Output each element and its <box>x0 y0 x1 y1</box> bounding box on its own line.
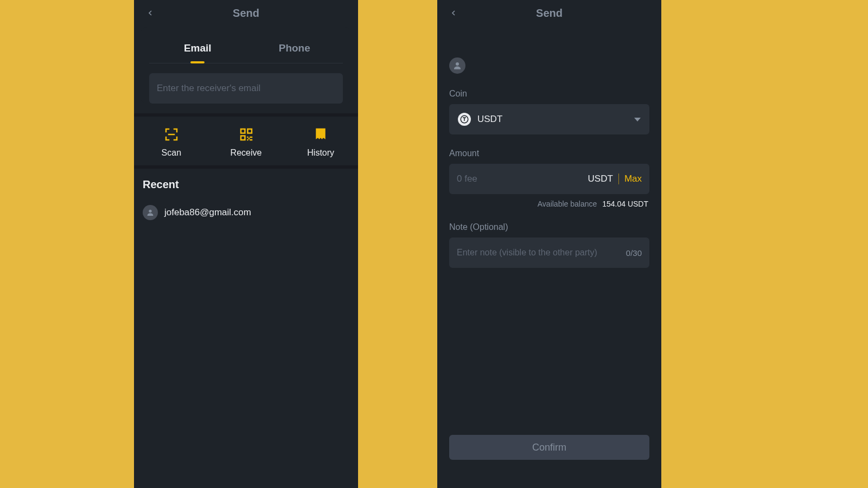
recent-email: jofeba86@gmail.com <box>164 207 251 218</box>
confirm-button[interactable]: Confirm <box>449 435 649 460</box>
recent-item[interactable]: jofeba86@gmail.com <box>143 202 349 223</box>
receive-label: Receive <box>231 148 262 158</box>
recent-section: Recent jofeba86@gmail.com <box>134 169 358 233</box>
page-title: Send <box>437 7 661 20</box>
receive-button[interactable]: Receive <box>209 126 284 158</box>
note-input[interactable] <box>457 248 621 258</box>
qr-icon <box>238 126 254 143</box>
usdt-icon <box>458 113 471 126</box>
coin-select[interactable]: USDT <box>449 104 649 134</box>
amount-input-row: USDT Max <box>449 164 649 194</box>
history-label: History <box>307 148 334 158</box>
chevron-left-icon <box>146 9 155 17</box>
recipient-email-input[interactable] <box>157 83 335 94</box>
max-button[interactable]: Max <box>624 174 642 184</box>
screen-send-recipient: Send Email Phone Scan Receive History Re… <box>134 0 358 488</box>
recipient-avatar[interactable] <box>449 57 465 74</box>
recipient-input-wrap <box>149 73 343 104</box>
note-char-count: 0/30 <box>626 248 642 258</box>
back-button[interactable] <box>144 7 157 20</box>
screen-send-amount: Send Coin USDT Amount USDT Max Available… <box>437 0 661 488</box>
quick-actions: Scan Receive History <box>134 113 358 169</box>
amount-unit: USDT <box>588 174 613 184</box>
person-icon <box>146 208 155 217</box>
coin-label: Coin <box>449 89 649 99</box>
send-form: Coin USDT Amount USDT Max Available bala… <box>437 26 661 268</box>
note-label: Note (Optional) <box>449 222 649 232</box>
person-icon <box>452 61 462 70</box>
back-button[interactable] <box>447 7 460 20</box>
scan-label: Scan <box>162 148 181 158</box>
chevron-left-icon <box>449 9 458 17</box>
page-title: Send <box>134 7 358 20</box>
svg-point-1 <box>456 62 459 66</box>
balance-value: 154.04 USDT <box>602 200 648 208</box>
scan-icon <box>163 126 180 143</box>
scan-button[interactable]: Scan <box>134 126 209 158</box>
recipient-tabs: Email Phone <box>149 35 343 63</box>
recent-title: Recent <box>143 178 349 191</box>
recipient-avatar-row <box>449 36 649 89</box>
divider <box>618 174 619 184</box>
tab-email[interactable]: Email <box>149 35 246 63</box>
chevron-down-icon <box>634 118 641 121</box>
header: Send <box>437 0 661 26</box>
available-balance: Available balance 154.04 USDT <box>449 200 648 208</box>
amount-label: Amount <box>449 149 649 158</box>
avatar <box>143 205 158 220</box>
balance-label: Available balance <box>538 200 597 208</box>
header: Send <box>134 0 358 26</box>
tab-phone[interactable]: Phone <box>246 35 343 63</box>
amount-input[interactable] <box>457 174 583 184</box>
recipient-card: Email Phone <box>141 27 352 104</box>
coin-selected: USDT <box>477 114 628 125</box>
svg-point-0 <box>149 210 151 213</box>
note-input-row: 0/30 <box>449 237 649 268</box>
history-icon <box>312 126 329 143</box>
history-button[interactable]: History <box>283 126 358 158</box>
